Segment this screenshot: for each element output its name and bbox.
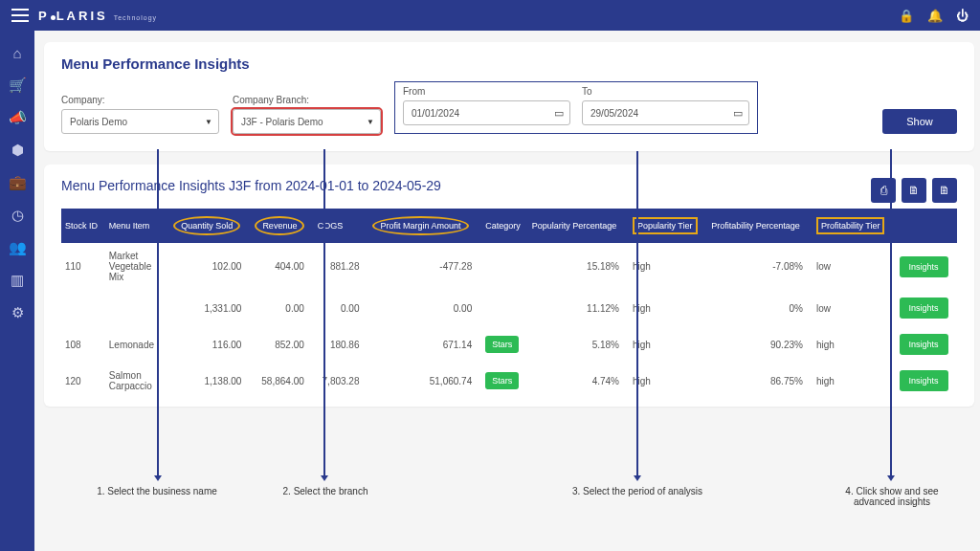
col-prof-tier[interactable]: Profitability Tier xyxy=(813,209,896,243)
cell-revenue: 852.00 xyxy=(251,326,313,363)
cell-cogs: 7,803.28 xyxy=(314,363,369,399)
col-pop-pct[interactable]: Popularity Percentage xyxy=(528,209,629,243)
cell-profit-margin: 51,060.74 xyxy=(368,363,481,399)
table-header-row: Stock ID Menu Item Quantity Sold Revenue… xyxy=(61,209,957,243)
filter-card: Menu Performance Insights Company: Polar… xyxy=(44,42,974,151)
clock-icon[interactable]: ◷ xyxy=(9,207,26,224)
col-pop-tier[interactable]: Popularity Tier xyxy=(629,209,707,243)
cell-cogs: 180.86 xyxy=(314,326,369,363)
cell-prof-tier: high xyxy=(813,326,896,363)
cell-qty: 1,138.00 xyxy=(169,363,251,399)
cell-cogs: 881.28 xyxy=(314,243,369,290)
cell-revenue: 404.00 xyxy=(251,243,313,290)
annotation-arrow-2 xyxy=(323,149,325,476)
col-revenue[interactable]: Revenue xyxy=(251,209,313,243)
from-label: From xyxy=(403,86,570,97)
col-prof-pct[interactable]: Profitability Percentage xyxy=(707,209,813,243)
col-category[interactable]: Category xyxy=(481,209,528,243)
cell-qty: 116.00 xyxy=(169,326,251,363)
branch-label: Company Branch: xyxy=(233,95,381,105)
col-qty-sold[interactable]: Quantity Sold xyxy=(169,209,251,243)
cell-action: Insights xyxy=(896,290,957,326)
cell-category xyxy=(481,243,528,290)
cell-prof-pct: 86.75% xyxy=(707,363,813,399)
cell-menu-item xyxy=(105,290,170,326)
table-row: 120 Salmon Carpaccio 1,138.00 58,864.00 … xyxy=(61,363,957,399)
cell-stock-id: 108 xyxy=(61,326,105,363)
cell-menu-item: Lemonade xyxy=(105,326,170,363)
print-button[interactable]: ⎙ xyxy=(871,178,896,203)
cell-pop-tier: high xyxy=(629,326,707,363)
annotation-text-4: 4. Click show and see advanced insights xyxy=(825,486,959,507)
annotation-arrow-3 xyxy=(636,151,638,476)
cell-action: Insights xyxy=(896,326,957,363)
from-date-input[interactable]: 01/01/2024 ▭ xyxy=(403,100,570,125)
cell-category xyxy=(481,290,528,326)
col-stock-id[interactable]: Stock ID xyxy=(61,209,105,243)
table-row: 108 Lemonade 116.00 852.00 180.86 671.14… xyxy=(61,326,957,363)
cell-profit-margin: -477.28 xyxy=(368,243,481,290)
hamburger-icon[interactable] xyxy=(11,9,29,22)
cell-stock-id: 120 xyxy=(61,363,105,399)
results-table: Stock ID Menu Item Quantity Sold Revenue… xyxy=(61,209,957,399)
cell-pop-tier: high xyxy=(629,363,707,399)
main-content: Menu Performance Insights Company: Polar… xyxy=(34,31,980,551)
cell-action: Insights xyxy=(896,363,957,399)
company-label: Company: xyxy=(61,95,219,105)
annotation-text-3: 3. Select the period of analysis xyxy=(570,486,704,496)
annotation-arrow-1 xyxy=(157,149,159,476)
calendar-icon: ▭ xyxy=(554,107,564,120)
cell-qty: 102.00 xyxy=(169,243,251,290)
cell-menu-item: Market Vegetable Mix xyxy=(105,243,170,290)
cell-pop-pct: 11.12% xyxy=(528,290,629,326)
cube-icon[interactable]: ⬢ xyxy=(9,142,26,159)
users-icon[interactable]: 👥 xyxy=(9,239,26,256)
cell-prof-tier: low xyxy=(813,243,896,290)
cell-stock-id: 110 xyxy=(61,243,105,290)
sidebar: ⌂ 🛒 📣 ⬢ 💼 ◷ 👥 ▥ ⚙ xyxy=(0,31,34,551)
table-row: 1,331.00 0.00 0.00 0.00 11.12% high 0% l… xyxy=(61,290,957,326)
export-pdf-button[interactable]: 🗎 xyxy=(902,178,926,203)
page-title: Menu Performance Insights xyxy=(61,55,957,72)
chevron-down-icon: ▼ xyxy=(205,118,212,126)
cell-category: Stars xyxy=(481,363,528,399)
insights-button[interactable]: Insights xyxy=(900,256,948,277)
cart-icon[interactable]: 🛒 xyxy=(9,77,26,94)
cell-prof-pct: 90.23% xyxy=(707,326,813,363)
power-icon[interactable]: ⏻ xyxy=(956,9,969,23)
cell-menu-item: Salmon Carpaccio xyxy=(105,363,170,399)
cell-pop-tier: high xyxy=(629,243,707,290)
calendar-icon: ▭ xyxy=(733,107,743,120)
lock-icon[interactable]: 🔒 xyxy=(899,9,914,23)
insights-button[interactable]: Insights xyxy=(900,298,948,319)
branch-select[interactable]: J3F - Polaris Demo ▼ xyxy=(233,109,381,134)
col-cogs[interactable]: COGS xyxy=(314,209,369,243)
gear-icon[interactable]: ⚙ xyxy=(9,304,26,321)
briefcase-icon[interactable]: 💼 xyxy=(9,174,26,191)
cell-category: Stars xyxy=(481,326,528,363)
col-profit-margin[interactable]: Profit Margin Amount xyxy=(368,209,481,243)
annotation-text-1: 1. Select the business name xyxy=(90,486,224,496)
insights-button[interactable]: Insights xyxy=(900,370,948,391)
col-menu-item[interactable]: Menu Item xyxy=(105,209,170,243)
cell-pop-pct: 4.74% xyxy=(528,363,629,399)
cell-pop-pct: 5.18% xyxy=(528,326,629,363)
cell-stock-id xyxy=(61,290,105,326)
chart-icon[interactable]: ▥ xyxy=(9,272,26,289)
cell-cogs: 0.00 xyxy=(314,290,369,326)
cell-prof-tier: high xyxy=(813,363,896,399)
company-select[interactable]: Polaris Demo ▼ xyxy=(61,109,219,134)
to-date-input[interactable]: 29/05/2024 ▭ xyxy=(582,100,749,125)
insights-button[interactable]: Insights xyxy=(900,334,948,355)
cell-prof-pct: -7.08% xyxy=(707,243,813,290)
cell-profit-margin: 0.00 xyxy=(368,290,481,326)
megaphone-icon[interactable]: 📣 xyxy=(9,109,26,126)
top-bar: PLARIS Technology 🔒 🔔 ⏻ xyxy=(0,0,980,31)
show-button[interactable]: Show xyxy=(882,109,957,134)
bell-icon[interactable]: 🔔 xyxy=(927,9,943,23)
home-icon[interactable]: ⌂ xyxy=(9,44,26,61)
cell-pop-tier: high xyxy=(629,290,707,326)
cell-prof-tier: low xyxy=(813,290,896,326)
export-excel-button[interactable]: 🗎 xyxy=(932,178,957,203)
date-range-group: From 01/01/2024 ▭ To 29/05/2024 ▭ xyxy=(394,81,758,134)
